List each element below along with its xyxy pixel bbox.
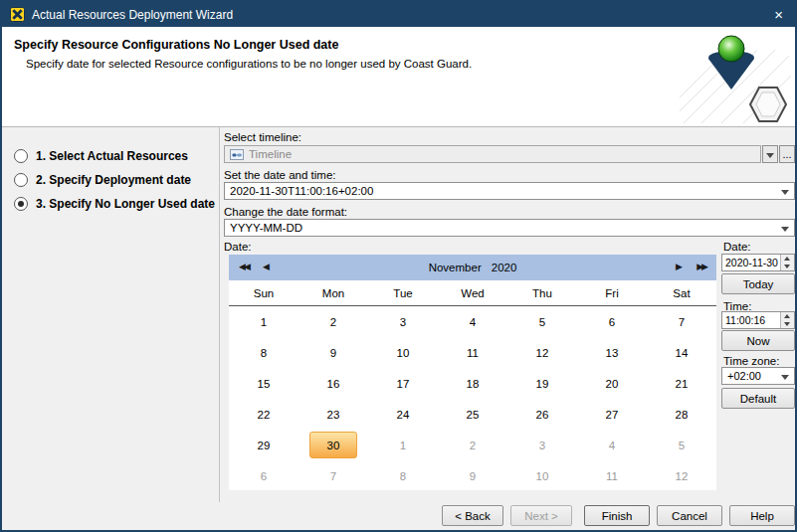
calendar-day[interactable]: 25 bbox=[438, 399, 507, 430]
calendar-day[interactable]: 10 bbox=[368, 337, 438, 368]
finish-button[interactable]: Finish bbox=[584, 505, 650, 526]
side-date-label: Date: bbox=[723, 241, 751, 253]
calendar-day[interactable]: 12 bbox=[647, 460, 716, 491]
calendar-day[interactable]: 2 bbox=[438, 430, 507, 460]
calendar-day[interactable]: 3 bbox=[507, 430, 577, 460]
calendar-day[interactable]: 27 bbox=[577, 399, 647, 430]
calendar-month-title: November2020 bbox=[429, 262, 517, 273]
calendar-day[interactable]: 26 bbox=[507, 399, 577, 430]
window-title: Actual Resources Deployment Wizard bbox=[32, 8, 233, 22]
calendar-header: ◀◀ ◀ November2020 ▶ ▶▶ bbox=[229, 255, 716, 280]
wizard-header: Specify Resource Configurations No Longe… bbox=[2, 27, 795, 127]
spinner-arrows bbox=[780, 255, 794, 270]
weekday-label: Sun bbox=[229, 287, 299, 299]
datetime-label: Set the date and time: bbox=[224, 169, 336, 181]
cancel-button[interactable]: Cancel bbox=[657, 505, 722, 526]
calendar-day[interactable]: 4 bbox=[438, 306, 507, 337]
calendar-day[interactable]: 6 bbox=[229, 460, 299, 491]
page-title: Specify Resource Configurations No Longe… bbox=[14, 38, 338, 52]
date-section-label: Date: bbox=[224, 241, 252, 253]
back-button[interactable]: < Back bbox=[442, 505, 503, 526]
timezone-value: +02:00 bbox=[727, 370, 761, 382]
spin-down-icon[interactable] bbox=[781, 320, 794, 328]
calendar-day[interactable]: 5 bbox=[507, 306, 577, 337]
close-icon[interactable]: × bbox=[770, 7, 787, 22]
calendar-day[interactable]: 18 bbox=[438, 368, 507, 399]
calendar-day[interactable]: 11 bbox=[438, 337, 507, 368]
calendar-day[interactable]: 1 bbox=[229, 306, 299, 337]
spin-up-icon[interactable] bbox=[781, 312, 794, 320]
timezone-combobox[interactable]: +02:00 bbox=[721, 367, 795, 385]
calendar-day[interactable]: 21 bbox=[647, 368, 716, 399]
chevron-down-icon bbox=[781, 375, 789, 380]
radio-icon bbox=[14, 149, 28, 163]
calendar-day[interactable]: 12 bbox=[507, 337, 577, 368]
next-year-icon[interactable]: ▶▶ bbox=[697, 262, 706, 271]
calendar-day[interactable]: 5 bbox=[647, 430, 716, 460]
calendar-day[interactable]: 2 bbox=[299, 306, 368, 337]
calendar-day[interactable]: 6 bbox=[577, 306, 647, 337]
calendar-day[interactable]: 9 bbox=[438, 460, 507, 491]
format-value: YYYY-MM-DD bbox=[230, 222, 302, 234]
calendar-day[interactable]: 22 bbox=[229, 399, 299, 430]
step-label: 2. Specify Deployment date bbox=[36, 173, 191, 187]
now-button[interactable]: Now bbox=[721, 330, 795, 351]
calendar-day[interactable]: 20 bbox=[577, 368, 647, 399]
weekday-label: Mon bbox=[299, 287, 368, 299]
chevron-down-icon bbox=[781, 190, 789, 195]
timeline-combobox[interactable]: Timeline bbox=[224, 145, 761, 163]
calendar-day[interactable]: 8 bbox=[229, 337, 299, 368]
chevron-down-icon bbox=[781, 227, 789, 232]
time-spinner[interactable]: 11:00:16 bbox=[721, 311, 795, 329]
weekday-label: Sat bbox=[647, 287, 716, 299]
next-button[interactable]: Next > bbox=[510, 505, 572, 526]
calendar-day[interactable]: 11 bbox=[577, 460, 647, 491]
calendar-day[interactable]: 17 bbox=[368, 368, 438, 399]
calendar-day-selected[interactable]: 30 bbox=[299, 430, 368, 460]
format-combobox[interactable]: YYYY-MM-DD bbox=[224, 219, 795, 237]
calendar-day[interactable]: 29 bbox=[229, 430, 299, 460]
calendar-day[interactable]: 8 bbox=[368, 460, 438, 491]
calendar-day[interactable]: 28 bbox=[647, 399, 716, 430]
chevron-down-icon bbox=[766, 153, 774, 158]
calendar-day[interactable]: 23 bbox=[299, 399, 368, 430]
calendar-day[interactable]: 7 bbox=[299, 460, 368, 491]
calendar-day[interactable]: 4 bbox=[577, 430, 647, 460]
spin-down-icon[interactable] bbox=[781, 263, 794, 270]
calendar-day[interactable]: 7 bbox=[647, 306, 716, 337]
timeline-dropdown-button[interactable] bbox=[762, 145, 778, 163]
prev-year-icon[interactable]: ◀◀ bbox=[239, 262, 249, 271]
datetime-value: 2020-11-30T11:00:16+02:00 bbox=[230, 185, 373, 197]
calendar-day[interactable]: 24 bbox=[368, 399, 438, 430]
today-button[interactable]: Today bbox=[721, 273, 795, 294]
weekday-label: Tue bbox=[368, 287, 438, 299]
calendar-day[interactable]: 19 bbox=[507, 368, 577, 399]
calendar-day[interactable]: 1 bbox=[368, 430, 438, 460]
weekday-label: Fri bbox=[577, 287, 647, 299]
step-label: 3. Specify No Longer Used date bbox=[36, 197, 215, 211]
default-button[interactable]: Default bbox=[721, 388, 795, 409]
calendar-day[interactable]: 16 bbox=[299, 368, 368, 399]
step-option-3[interactable]: 3. Specify No Longer Used date bbox=[2, 192, 219, 216]
help-button[interactable]: Help bbox=[729, 505, 795, 526]
spinner-arrows bbox=[780, 312, 794, 328]
prev-month-icon[interactable]: ◀ bbox=[263, 262, 268, 271]
next-month-icon[interactable]: ▶ bbox=[676, 262, 683, 271]
datetime-combobox[interactable]: 2020-11-30T11:00:16+02:00 bbox=[224, 182, 795, 200]
page-subtitle: Specify date for selected Resource confi… bbox=[26, 58, 472, 70]
step-option-2[interactable]: 2. Specify Deployment date bbox=[2, 168, 219, 192]
calendar-day[interactable]: 14 bbox=[647, 337, 716, 368]
app-icon bbox=[10, 7, 25, 22]
calendar-day[interactable]: 10 bbox=[507, 460, 577, 491]
step-option-1[interactable]: 1. Select Actual Resources bbox=[2, 144, 219, 168]
timeline-label: Select timeline: bbox=[224, 131, 301, 143]
calendar-day[interactable]: 3 bbox=[368, 306, 438, 337]
radio-selected-icon bbox=[14, 197, 28, 211]
calendar-day[interactable]: 15 bbox=[229, 368, 299, 399]
calendar-day[interactable]: 9 bbox=[299, 337, 368, 368]
date-spinner[interactable]: 2020-11-30 bbox=[721, 254, 795, 271]
timeline-browse-button[interactable]: ... bbox=[779, 145, 795, 163]
spin-up-icon[interactable] bbox=[781, 255, 794, 263]
calendar-day[interactable]: 13 bbox=[577, 337, 647, 368]
title-bar: Actual Resources Deployment Wizard × bbox=[2, 2, 795, 27]
